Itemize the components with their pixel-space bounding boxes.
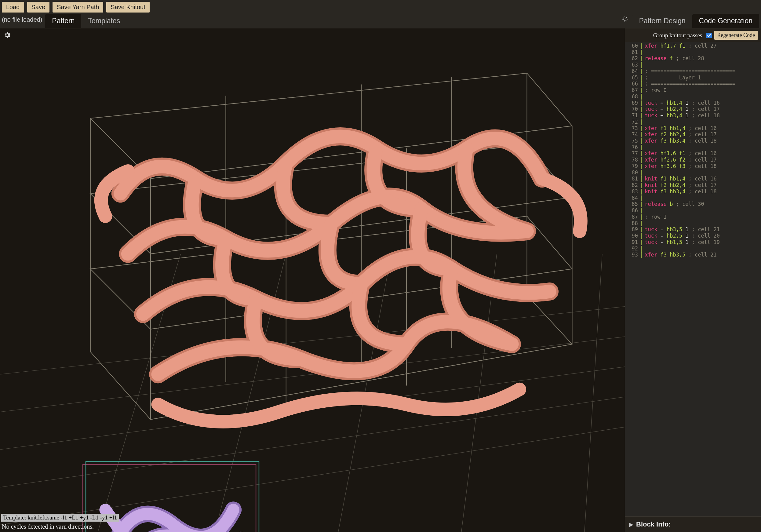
tab-templates[interactable]: Templates [81, 14, 127, 28]
code-line[interactable]: 67|; row 0 [625, 87, 761, 93]
save-button[interactable]: Save [27, 2, 50, 13]
block-info-label: Block Info: [636, 520, 671, 528]
code-line[interactable]: 75|xfer f3 hb3,4 ; cell 18 [625, 138, 761, 144]
tab-pattern[interactable]: Pattern [45, 14, 81, 28]
code-line[interactable]: 76| [625, 144, 761, 150]
gear-icon[interactable] [4, 31, 11, 40]
code-line[interactable]: 90|tuck - hb2,5 1 ; cell 20 [625, 233, 761, 239]
svg-line-8 [626, 17, 627, 18]
tab-bar: (no file loaded) Pattern Templates Patte… [0, 14, 761, 29]
code-line[interactable]: 63| [625, 62, 761, 68]
group-passes-label: Group knitout passes: [653, 32, 704, 39]
code-line[interactable]: 66|; =========================== [625, 81, 761, 87]
code-line[interactable]: 74|xfer f2 hb2,4 ; cell 17 [625, 131, 761, 138]
block-info-toggle[interactable]: ▶ Block Info: [625, 516, 761, 532]
code-line[interactable]: 70|tuck + hb2,4 1 ; cell 17 [625, 106, 761, 112]
code-line[interactable]: 83|knit f3 hb3,4 ; cell 18 [625, 188, 761, 195]
svg-line-5 [623, 17, 623, 18]
tab-pattern-design[interactable]: Pattern Design [632, 14, 692, 28]
chevron-right-icon: ▶ [629, 522, 633, 527]
template-badge: Template: knit.left.same -l1 +L1 +y1 -L1… [1, 514, 119, 522]
code-line[interactable]: 87|; row 1 [625, 214, 761, 220]
save-knitout-button[interactable]: Save Knitout [106, 2, 149, 13]
save-yarn-path-button[interactable]: Save Yarn Path [52, 2, 103, 13]
code-line[interactable]: 77|xfer hf1,6 f1 ; cell 16 [625, 150, 761, 157]
code-line[interactable]: 72| [625, 119, 761, 125]
code-line[interactable]: 81|knit f1 hb1,4 ; cell 16 [625, 176, 761, 182]
code-line[interactable]: 64|; =========================== [625, 68, 761, 75]
code-line[interactable]: 61| [625, 49, 761, 56]
load-button[interactable]: Load [2, 2, 24, 13]
code-line[interactable]: 65|; Layer 1 [625, 75, 761, 81]
code-line[interactable]: 93|xfer f3 hb3,5 ; cell 21 [625, 252, 761, 258]
tab-code-generation[interactable]: Code Generation [692, 14, 759, 28]
svg-line-13 [0, 427, 625, 525]
scene-svg [0, 29, 625, 532]
code-line[interactable]: 69|tuck + hb1,4 1 ; cell 16 [625, 100, 761, 106]
code-line[interactable]: 73|xfer f1 hb1,4 ; cell 16 [625, 125, 761, 132]
viewport-3d[interactable]: Template: knit.left.same -l1 +L1 +y1 -L1… [0, 29, 625, 532]
code-line[interactable]: 85|release b ; cell 30 [625, 201, 761, 207]
top-toolbar: Load Save Save Yarn Path Save Knitout [0, 0, 761, 14]
svg-line-6 [626, 21, 627, 21]
code-line[interactable]: 92| [625, 246, 761, 252]
code-line[interactable]: 60|xfer hf1,7 f1 ; cell 27 [625, 43, 761, 49]
regenerate-code-button[interactable]: Regenerate Code [714, 31, 758, 40]
code-line[interactable]: 82|knit f2 hb2,4 ; cell 17 [625, 182, 761, 188]
file-indicator: (no file loaded) [2, 16, 45, 26]
code-line[interactable]: 86| [625, 207, 761, 214]
code-line[interactable]: 89|tuck - hb3,5 1 ; cell 21 [625, 226, 761, 233]
status-text: No cycles detected in yarn directions. [2, 523, 94, 530]
code-line[interactable]: 80| [625, 169, 761, 176]
svg-line-12 [0, 397, 625, 487]
code-line[interactable]: 78|xfer hf2,6 f2 ; cell 17 [625, 157, 761, 163]
svg-line-18 [580, 254, 602, 532]
code-line[interactable]: 68| [625, 93, 761, 100]
svg-point-0 [623, 18, 626, 21]
code-editor[interactable]: 60|xfer hf1,7 f1 ; cell 2761|62|release … [625, 42, 761, 516]
code-line[interactable]: 79|xfer hf3,6 f3 ; cell 18 [625, 163, 761, 169]
theme-toggle-icon[interactable] [621, 16, 632, 26]
group-passes-checkbox[interactable] [706, 33, 712, 38]
code-line[interactable]: 62|release f ; cell 28 [625, 55, 761, 62]
code-line[interactable]: 71|tuck + hb3,4 1 ; cell 18 [625, 112, 761, 119]
code-line[interactable]: 84| [625, 195, 761, 201]
code-line[interactable]: 88| [625, 220, 761, 227]
svg-line-7 [623, 21, 623, 21]
code-controls: Group knitout passes: Regenerate Code [625, 29, 761, 42]
code-line[interactable]: 91|tuck - hb1,5 1 ; cell 19 [625, 239, 761, 246]
